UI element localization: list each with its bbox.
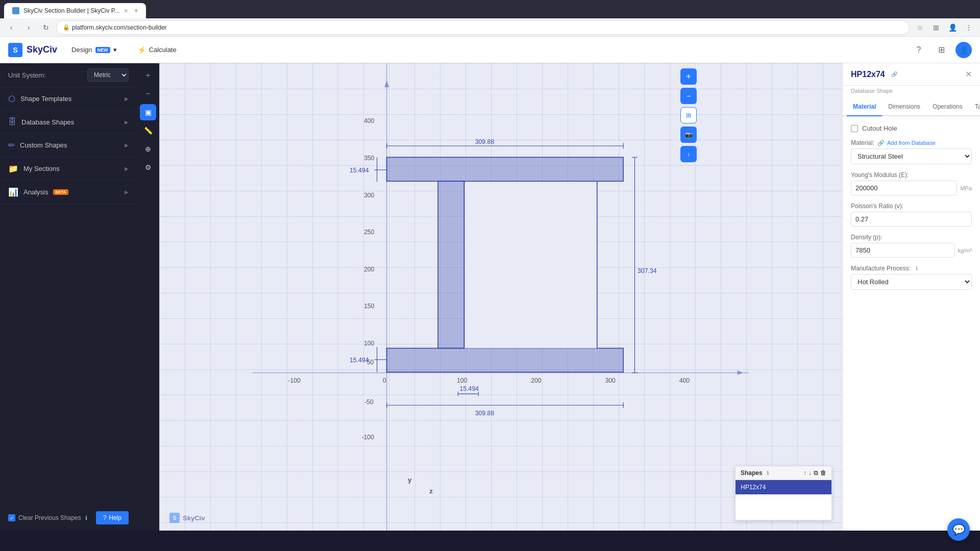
forward-btn[interactable]: ›	[21, 20, 36, 35]
address-bar[interactable]: 🔒 platform.skyciv.com/section-builder	[56, 20, 910, 35]
svg-text:400: 400	[679, 377, 690, 384]
right-panel-title: HP12x74	[851, 70, 885, 79]
unit-system-row: Unit System: Metric Imperial	[0, 63, 137, 87]
svg-rect-23	[387, 348, 624, 372]
manufacture-help-icon[interactable]: ℹ	[916, 265, 918, 272]
settings-tool-btn[interactable]: ⚙	[140, 159, 156, 176]
density-field: Density (p): kg/m³	[851, 234, 972, 258]
shape-canvas-svg: -100 0 100 200 300 400 400 350 300 250 2…	[159, 63, 842, 531]
manufacture-label-row: Manufacture Process: ℹ	[851, 265, 972, 272]
youngs-modulus-field: Young's Modulus (E): MPa	[851, 171, 972, 195]
material-label: Material:	[851, 139, 874, 146]
manufacture-label: Manufacture Process:	[851, 265, 911, 272]
cutout-checkbox[interactable]	[851, 125, 858, 132]
custom-shapes-icon: ✏	[8, 140, 15, 150]
help-icon: ?	[103, 514, 107, 521]
svg-rect-22	[387, 157, 624, 181]
svg-text:200: 200	[531, 377, 542, 384]
refresh-btn[interactable]: ↻	[39, 20, 53, 35]
svg-marker-3	[384, 81, 389, 87]
add-db-label: Add from Database	[887, 140, 936, 146]
my-sections-icon: 📁	[8, 164, 18, 173]
zoom-in-btn[interactable]: +	[140, 67, 156, 84]
add-from-database-btn[interactable]: 🔗 Add from Database	[877, 140, 936, 146]
shape-list-item[interactable]: HP12x74	[736, 480, 831, 494]
measure-tool-btn[interactable]: 📏	[140, 122, 156, 139]
tab-operations-label: Operations	[933, 103, 963, 110]
tab-favicon	[12, 7, 19, 14]
help-icon[interactable]: ?	[911, 42, 927, 58]
sidebar-item-my-sections[interactable]: 📁 My Sections ▶	[0, 157, 137, 181]
watermark-logo: S	[169, 513, 180, 523]
calculate-button[interactable]: ⚡ Calculate	[131, 43, 183, 57]
shapes-panel-header: Shapes ℹ ↑ ↓ ⧉ 🗑	[736, 466, 831, 480]
back-btn[interactable]: ‹	[4, 20, 18, 35]
database-shapes-label: Database Shapes	[21, 118, 74, 126]
tab-material[interactable]: Material	[847, 98, 882, 116]
svg-text:250: 250	[364, 229, 375, 236]
cutout-hole-row: Cutout Hole	[851, 124, 972, 132]
svg-text:-100: -100	[288, 377, 301, 384]
menu-btn[interactable]: ⋮	[962, 20, 976, 35]
shape-delete-btn[interactable]: 🗑	[820, 469, 826, 477]
canvas-area: + − ⊞ 📷 ↓ -100 0 100 200 300 400 400 350…	[159, 63, 842, 531]
manufacture-select[interactable]: Hot Rolled Cold Formed Welded	[851, 274, 972, 290]
bookmark-btn[interactable]: ☆	[913, 20, 927, 35]
my-sections-chevron: ▶	[125, 166, 129, 171]
sidebar-item-custom-shapes[interactable]: ✏ Custom Shapes ▶	[0, 134, 137, 157]
tab-dimensions-label: Dimensions	[888, 103, 920, 110]
tab-operations[interactable]: Operations	[926, 98, 969, 116]
svg-text:300: 300	[605, 377, 616, 384]
shape-move-down-btn[interactable]: ↓	[808, 469, 812, 477]
active-tab[interactable]: SkyCiv Section Builder | SkyCiv P... ✕ +	[4, 3, 146, 18]
right-panel-tabs: Material Dimensions Operations Taper	[843, 98, 980, 116]
density-input[interactable]	[851, 243, 955, 258]
density-unit: kg/m³	[958, 247, 972, 254]
help-label: Help	[109, 514, 121, 521]
svg-text:350: 350	[364, 155, 375, 162]
youngs-input-row: MPa	[851, 181, 972, 195]
clear-shapes-checkbox[interactable]: ✓	[8, 514, 15, 521]
youngs-input[interactable]	[851, 181, 957, 195]
shapes-panel-actions: ↑ ↓ ⧉ 🗑	[803, 469, 826, 477]
shape-move-up-btn[interactable]: ↑	[803, 469, 806, 477]
shapes-panel-empty	[736, 494, 831, 520]
sidebar-item-shape-templates[interactable]: ⬡ Shape Templates ▶	[0, 87, 137, 111]
snap-tool-btn[interactable]: ⊕	[140, 141, 156, 157]
calculate-label: Calculate	[149, 46, 177, 54]
lock-icon: 🔒	[63, 24, 70, 31]
unit-select[interactable]: Metric Imperial	[87, 68, 129, 82]
shapes-info-icon[interactable]: ℹ	[767, 470, 769, 477]
svg-text:200: 200	[364, 266, 375, 273]
design-button[interactable]: Design NEW ▾	[65, 43, 122, 57]
user-avatar[interactable]: 👤	[955, 42, 972, 58]
tab-close-btn[interactable]: ✕	[124, 8, 128, 14]
right-panel-close-btn[interactable]: ✕	[965, 69, 972, 79]
tab-taper[interactable]: Taper	[969, 98, 980, 116]
material-select[interactable]: Structural Steel	[851, 148, 972, 164]
checkbox-mark: ✓	[10, 515, 14, 521]
clear-shapes-info[interactable]: ℹ	[85, 515, 87, 521]
poissons-input[interactable]	[851, 212, 972, 227]
density-input-row: kg/m³	[851, 243, 972, 258]
svg-text:-100: -100	[361, 434, 374, 441]
custom-shapes-chevron: ▶	[125, 142, 129, 148]
youngs-label: Young's Modulus (E):	[851, 171, 972, 179]
sidebar-item-analysis[interactable]: 📊 Analysis BETA ▶	[0, 181, 137, 204]
chat-widget-btn[interactable]: 💬	[947, 518, 970, 541]
beta-badge: BETA	[53, 189, 68, 195]
tab-dimensions[interactable]: Dimensions	[882, 98, 926, 116]
shape-duplicate-btn[interactable]: ⧉	[814, 469, 818, 477]
cutout-label: Cutout Hole	[862, 124, 897, 132]
extensions-btn[interactable]: ⊞	[929, 20, 943, 35]
density-label: Density (p):	[851, 234, 972, 241]
help-button[interactable]: ? Help	[96, 511, 129, 524]
sidebar-item-database-shapes[interactable]: 🗄 Database Shapes ▶	[0, 111, 137, 134]
grid-icon[interactable]: ⊞	[933, 42, 949, 58]
zoom-out-btn[interactable]: −	[140, 86, 156, 102]
select-tool-btn[interactable]: ▣	[140, 104, 156, 120]
new-badge: NEW	[95, 47, 110, 53]
profile-btn[interactable]: 👤	[945, 20, 960, 35]
new-tab-btn[interactable]: +	[134, 7, 138, 14]
right-panel-subtitle: Database Shape	[843, 86, 980, 98]
